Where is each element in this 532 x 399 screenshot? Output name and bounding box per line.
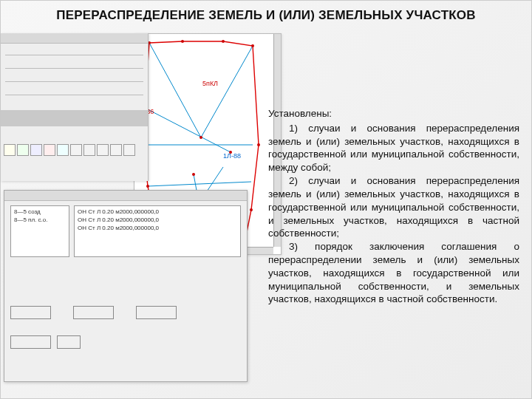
gray-panel xyxy=(1,110,148,126)
plot-line xyxy=(145,108,231,152)
text-item-3: 3) порядок заключения соглашения о перер… xyxy=(268,240,519,306)
plot-line xyxy=(201,46,253,137)
toolbar-button[interactable] xyxy=(123,144,135,156)
content-area: КЛ-36 5пКЛ 1Л-88 xyxy=(1,33,531,398)
toolbar-button[interactable] xyxy=(57,144,69,156)
toolbar-button[interactable] xyxy=(110,144,122,156)
slide: ПЕРЕРАСПРЕДЕЛЕНИЕ ЗЕМЕЛЬ И (ИЛИ) ЗЕМЕЛЬН… xyxy=(0,0,532,399)
dialog-button[interactable] xyxy=(10,335,51,349)
left-list-field[interactable]: 8—5 созд 8—5 пл. с.о. xyxy=(10,205,69,257)
toolbar-window xyxy=(1,33,149,181)
dialog-mid-space xyxy=(10,263,241,300)
dialog-button[interactable] xyxy=(10,306,51,319)
page-title: ПЕРЕРАСПРЕДЕЛЕНИЕ ЗЕМЕЛЬ И (ИЛИ) ЗЕМЕЛЬН… xyxy=(1,1,531,27)
svg-point-3 xyxy=(251,44,254,47)
svg-point-15 xyxy=(192,173,195,176)
properties-dialog: 8—5 созд 8—5 пл. с.о. ОН Ст Л 0.20 м2000… xyxy=(4,190,248,382)
right-list-field[interactable]: ОН Ст Л 0.20 м2000,000000,0 ОН Ст Л 0.20… xyxy=(74,205,241,257)
dialog-body: 8—5 созд 8—5 пл. с.о. ОН Ст Л 0.20 м2000… xyxy=(10,205,241,375)
svg-point-13 xyxy=(200,136,202,139)
toolbar-button[interactable] xyxy=(44,144,55,156)
blank-lines xyxy=(1,44,148,106)
dialog-button[interactable] xyxy=(73,306,114,319)
titlebar xyxy=(1,33,148,44)
svg-point-5 xyxy=(250,208,253,211)
svg-point-4 xyxy=(257,143,260,146)
button-row-2 xyxy=(10,335,241,349)
toolbar-button[interactable] xyxy=(30,144,42,156)
svg-point-1 xyxy=(181,40,184,43)
svg-point-10 xyxy=(146,185,149,188)
text-item-2: 2) случаи и основания перераспределения … xyxy=(268,174,519,240)
toolbar xyxy=(4,144,144,156)
toolbar-button[interactable] xyxy=(70,144,82,156)
dialog-button[interactable] xyxy=(136,306,177,319)
button-row-1 xyxy=(10,306,241,319)
toolbar-button[interactable] xyxy=(17,144,29,156)
plot-line xyxy=(148,182,251,186)
toolbar-button[interactable] xyxy=(83,144,95,156)
svg-point-2 xyxy=(222,40,225,43)
text-block: Установлены: 1) случаи и основания перер… xyxy=(268,107,519,306)
screenshot-composite: КЛ-36 5пКЛ 1Л-88 xyxy=(1,33,267,399)
dialog-titlebar xyxy=(4,191,247,201)
toolbar-button[interactable] xyxy=(97,144,109,156)
toolbar-button[interactable] xyxy=(4,144,16,156)
plot-label-mid: 1Л-88 xyxy=(223,152,241,160)
text-item-1: 1) случаи и основания перераспределения … xyxy=(268,122,519,174)
text-lead: Установлены: xyxy=(268,107,519,120)
dialog-button[interactable] xyxy=(57,335,81,349)
plot-label-right: 5пКЛ xyxy=(202,80,218,87)
